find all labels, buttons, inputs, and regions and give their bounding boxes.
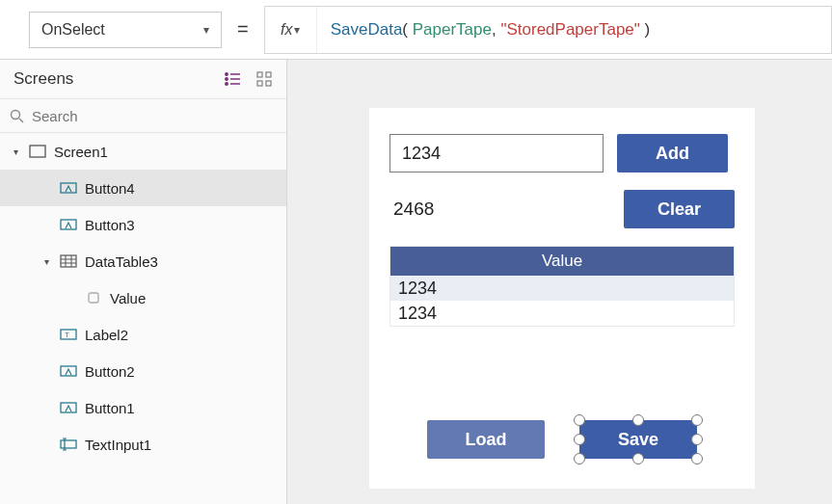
tree-item-label2[interactable]: TLabel2: [0, 316, 286, 353]
button-icon: [60, 401, 77, 414]
selection-handle[interactable]: [691, 453, 703, 464]
tree-item-button1[interactable]: Button1: [0, 389, 286, 426]
save-button-selected[interactable]: Save: [579, 420, 697, 459]
table-row[interactable]: 1234: [390, 301, 734, 326]
svg-point-3: [226, 73, 228, 75]
selection-handle[interactable]: [691, 434, 703, 445]
load-button[interactable]: Load: [427, 420, 545, 459]
svg-point-10: [12, 110, 20, 119]
tree-item-button4[interactable]: Button4: [0, 170, 286, 206]
data-table-header: Value: [390, 247, 734, 276]
column-icon: [85, 291, 102, 305]
button-icon: [60, 218, 77, 231]
tree-item-label: Label2: [85, 327, 128, 343]
button-icon: [60, 181, 77, 195]
chevron-down-icon: ▾: [203, 23, 209, 37]
tree-list: ▾Screen1Button4Button3▾DataTable3ValueTL…: [0, 133, 286, 504]
tree-item-label: Value: [110, 290, 146, 306]
datatable-icon: [60, 254, 77, 268]
fx-icon: fx: [281, 21, 292, 39]
svg-rect-9: [266, 81, 271, 86]
svg-rect-13: [61, 183, 76, 193]
formula-bar: OnSelect ▾ = fx ▾ SaveData( PaperTape, "…: [0, 0, 832, 60]
table-row[interactable]: 1234: [390, 276, 734, 301]
tree-item-datatable3[interactable]: ▾DataTable3: [0, 243, 286, 279]
tree-view-list-icon[interactable]: [225, 70, 242, 88]
svg-rect-20: [89, 293, 98, 303]
tree-item-button3[interactable]: Button3: [0, 206, 286, 243]
tree-item-label: Button4: [85, 180, 135, 197]
data-table[interactable]: Value 12341234: [389, 246, 735, 327]
screen-icon: [29, 145, 46, 158]
svg-rect-14: [61, 220, 76, 229]
chevron-down-icon: ▾: [294, 23, 300, 37]
selection-handle[interactable]: [574, 434, 585, 445]
selection-handle[interactable]: [574, 414, 585, 426]
svg-rect-8: [257, 81, 262, 86]
svg-rect-12: [30, 146, 45, 157]
tree-view-grid-icon[interactable]: [255, 70, 273, 88]
svg-rect-7: [266, 72, 271, 77]
svg-point-5: [226, 83, 228, 85]
svg-text:T: T: [65, 331, 69, 339]
tree-item-textinput1[interactable]: TextInput1: [0, 426, 286, 463]
tree-search[interactable]: [0, 98, 286, 133]
tree-header: Screens: [0, 60, 286, 98]
button-icon: [60, 364, 77, 378]
svg-rect-6: [257, 72, 262, 77]
search-icon: [10, 109, 24, 123]
clear-button[interactable]: Clear: [624, 190, 735, 228]
tree-item-label: Button2: [85, 363, 135, 380]
svg-rect-15: [61, 255, 76, 267]
svg-line-11: [19, 119, 23, 122]
tree-title: Screens: [13, 69, 73, 89]
formula-input[interactable]: fx ▾ SaveData( PaperTape, "StoredPaperTa…: [264, 6, 832, 54]
app-preview: Add 2468 Clear Value 12341234 Load Save: [369, 108, 755, 489]
textinput-icon: [60, 438, 77, 451]
tree-item-button2[interactable]: Button2: [0, 353, 286, 389]
svg-point-4: [226, 78, 228, 80]
tree-item-label: TextInput1: [85, 437, 151, 453]
tree-item-label: Button1: [85, 400, 135, 416]
fx-menu[interactable]: fx ▾: [265, 7, 317, 53]
label-icon: T: [60, 328, 77, 341]
add-button[interactable]: Add: [617, 134, 728, 172]
tree-panel: Screens ▾Screen1Button4Button3▾DataTable…: [0, 60, 287, 504]
property-selector[interactable]: OnSelect ▾: [29, 12, 222, 48]
svg-rect-24: [61, 403, 76, 412]
tree-item-value[interactable]: Value: [0, 279, 286, 316]
selection-handle[interactable]: [632, 414, 644, 426]
selection-handle[interactable]: [574, 453, 585, 464]
result-label: 2468: [393, 199, 434, 220]
tree-item-screen1[interactable]: ▾Screen1: [0, 133, 286, 170]
tree-item-label: Button3: [85, 217, 135, 233]
number-input[interactable]: [389, 134, 604, 172]
tree-item-label: Screen1: [54, 144, 108, 160]
canvas-area: Add 2468 Clear Value 12341234 Load Save: [287, 60, 832, 504]
formula-text: SaveData( PaperTape, "StoredPaperTape" ): [317, 19, 664, 40]
svg-rect-25: [61, 440, 76, 448]
property-name: OnSelect: [41, 21, 105, 39]
tree-search-input[interactable]: [32, 108, 277, 124]
equals-sign: =: [231, 18, 255, 40]
selection-handle[interactable]: [632, 453, 644, 464]
tree-item-label: DataTable3: [85, 253, 158, 270]
svg-rect-23: [61, 366, 76, 376]
selection-handle[interactable]: [691, 414, 703, 426]
